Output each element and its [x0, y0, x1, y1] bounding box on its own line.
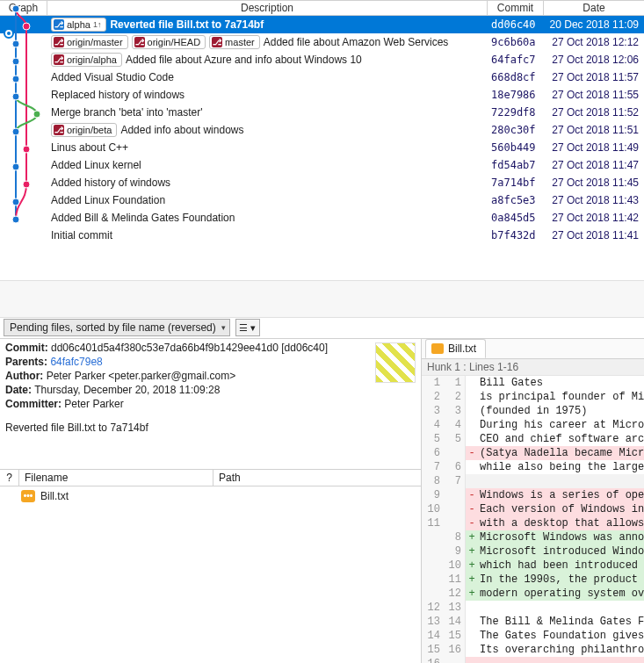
meta-parent-link[interactable]: 64fafc79e8	[50, 356, 102, 368]
commit-row[interactable]: Replaced history of windows18e798627 Oct…	[0, 86, 644, 104]
commit-hash: 7229df8	[488, 106, 544, 119]
commit-date: 27 Oct 2018 12:12	[544, 36, 644, 48]
commit-hash: 0a845d5	[488, 212, 544, 224]
file-col-name[interactable]: Filename	[19, 470, 213, 486]
file-col-path[interactable]: Path	[213, 470, 421, 486]
head-indicator-icon	[4, 28, 14, 39]
diff-line: 44 During his career at Microsoft, Ga	[422, 418, 644, 432]
commit-row[interactable]: ⎇origin/master⎇origin/HEAD⎇masterAdded f…	[0, 33, 644, 51]
branch-icon: ⎇	[54, 54, 64, 65]
branch-tag[interactable]: ⎇master	[209, 35, 260, 49]
col-commit-header[interactable]: Commit	[488, 1, 544, 15]
branch-tag[interactable]: ⎇origin/alpha	[51, 53, 122, 67]
diff-body[interactable]: 11 Bill Gates22 is principal founder of …	[422, 376, 644, 663]
file-row[interactable]: •••Bill.txt	[0, 486, 421, 506]
svg-point-10	[23, 181, 30, 188]
commit-date: 27 Oct 2018 11:45	[544, 177, 644, 189]
diff-tabbar: Bill.txt	[422, 339, 644, 359]
commit-row[interactable]: Added history of windows7a714bf27 Oct 20…	[0, 174, 644, 191]
chevron-down-icon: ▾	[250, 322, 256, 334]
svg-point-4	[12, 76, 19, 83]
commit-row[interactable]: Added Bill & Melinda Gates Foundation0a8…	[0, 209, 644, 227]
branch-name: origin/master	[67, 37, 123, 47]
svg-point-7	[12, 128, 19, 135]
svg-point-11	[12, 198, 19, 205]
sort-combo-label: Pending files, sorted by file name (reve…	[10, 321, 216, 334]
col-desc-header[interactable]: Description	[47, 1, 488, 15]
diff-line: 1314 The Bill & Melinda Gates Foundatio	[422, 615, 644, 629]
svg-point-1	[23, 23, 30, 30]
commit-hash: 280c30f	[488, 124, 544, 136]
branch-tag[interactable]: ⎇origin/master	[51, 35, 128, 49]
sort-combo[interactable]: Pending files, sorted by file name (reve…	[4, 319, 230, 336]
diff-line: 11 Bill Gates	[422, 376, 644, 390]
commit-hash: 64fafc7	[488, 54, 544, 66]
commit-date: 20 Dec 2018 11:09	[544, 18, 644, 31]
list-icon: ☰	[239, 322, 248, 334]
diff-line: 87	[422, 474, 644, 488]
commit-date: 27 Oct 2018 11:52	[544, 106, 644, 119]
commit-row[interactable]: ⎇origin/alphaAdded file about Azure and …	[0, 51, 644, 68]
branch-tag[interactable]: ⎇origin/HEAD	[132, 35, 206, 49]
commit-date: 27 Oct 2018 11:41	[544, 229, 644, 241]
meta-commit-label: Commit:	[5, 342, 48, 354]
file-sort-toolbar: Pending files, sorted by file name (reve…	[0, 318, 644, 338]
horizontal-splitter[interactable]	[0, 280, 644, 318]
svg-point-3	[12, 58, 19, 65]
branch-name: origin/alpha	[67, 54, 117, 65]
commit-date: 27 Oct 2018 11:57	[544, 71, 644, 83]
view-mode-button[interactable]: ☰▾	[235, 319, 260, 336]
meta-author-value: Peter Parker <peter.parker@gmail.com>	[47, 370, 236, 382]
branch-tag[interactable]: ⎇alpha1↑	[51, 18, 106, 32]
commit-message: Reverted file Bill.txt to 7a714bf	[110, 18, 264, 31]
diff-line: 11-with a desktop that allows users t	[422, 516, 644, 530]
commit-row[interactable]: ⎇origin/betaAdded info about windows280c…	[0, 121, 644, 139]
commit-message: Added Linux kernel	[51, 159, 141, 171]
commit-message: Added file about Amazon Web Services	[264, 36, 449, 48]
diff-line: 1516 Its overarching philanthropic goal	[422, 643, 644, 657]
commit-hash: 668d8cf	[488, 71, 544, 83]
commits-header: Graph Description Commit Date	[0, 0, 644, 16]
branch-name: origin/beta	[67, 125, 112, 135]
file-name: Bill.txt	[40, 490, 69, 502]
diff-line: 55 CEO and chief software architect,	[422, 432, 644, 446]
commit-hash: dd06c40	[488, 18, 544, 31]
commit-hash: 9c6b60a	[488, 36, 544, 48]
file-list[interactable]: •••Bill.txt	[0, 486, 421, 506]
meta-message: Reverted file Bill.txt to 7a714bf	[5, 421, 416, 435]
commit-row[interactable]: Initial commitb7f432d27 Oct 2018 11:41	[0, 227, 644, 244]
commit-row[interactable]: Linus about C++560b44927 Oct 2018 11:49	[0, 139, 644, 156]
commit-hash: 18e7986	[488, 89, 544, 101]
svg-point-9	[12, 163, 19, 170]
col-date-header[interactable]: Date	[544, 1, 644, 15]
branch-icon: ⎇	[54, 19, 64, 30]
branch-name: alpha	[67, 19, 90, 30]
commit-row[interactable]: ⎇alpha1↑Reverted file Bill.txt to 7a714b…	[0, 16, 644, 33]
commit-message: Added Linux Foundation	[51, 194, 165, 206]
commit-row[interactable]: Added Visual Studio Code668d8cf27 Oct 20…	[0, 68, 644, 86]
commit-list[interactable]: ⎇alpha1↑Reverted file Bill.txt to 7a714b…	[0, 16, 644, 280]
meta-date-label: Date:	[5, 384, 32, 396]
commit-row[interactable]: Added Linux kernelfd54ab727 Oct 2018 11:…	[0, 156, 644, 174]
diff-tab[interactable]: Bill.txt	[425, 339, 486, 358]
branch-tag[interactable]: ⎇origin/beta	[51, 123, 117, 137]
commit-message: Added Bill & Melinda Gates Foundation	[51, 212, 235, 224]
commit-date: 27 Oct 2018 11:47	[544, 159, 644, 171]
identicon	[375, 342, 416, 383]
diff-line: 1415 The Gates Foundation gives away ap	[422, 629, 644, 643]
diff-line: 76 while also being the largest indiv	[422, 460, 644, 474]
file-list-header: ? Filename Path	[0, 469, 421, 486]
commit-message: Added Visual Studio Code	[51, 71, 174, 83]
file-col-status[interactable]: ?	[0, 470, 19, 486]
commit-hash: a8fc5e3	[488, 194, 544, 206]
svg-point-8	[23, 146, 30, 153]
svg-point-5	[12, 93, 19, 100]
diff-line: 22 is principal founder of Microsoft	[422, 390, 644, 404]
commit-row[interactable]: Added Linux Foundationa8fc5e327 Oct 2018…	[0, 191, 644, 209]
commit-hash: b7f432d	[488, 229, 544, 241]
commit-row[interactable]: Merge branch 'beta' into 'master'7229df8…	[0, 104, 644, 121]
ahead-count: 1↑	[93, 20, 102, 29]
hunk-header[interactable]: Hunk 1 : Lines 1-16	[422, 359, 644, 376]
diff-line: 9-Windows is a series of operating s	[422, 488, 644, 502]
commit-date: 27 Oct 2018 11:55	[544, 89, 644, 101]
